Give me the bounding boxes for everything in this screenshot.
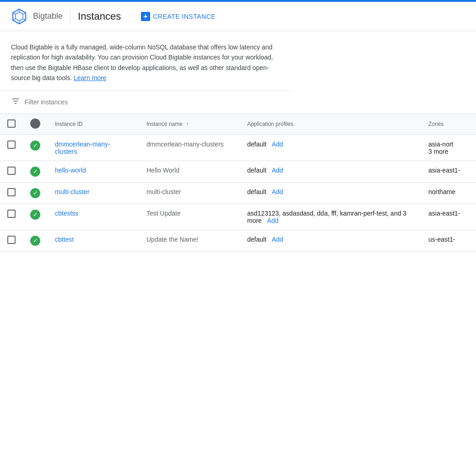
zones-extra: 3 more bbox=[428, 148, 449, 155]
row-checkbox[interactable] bbox=[7, 236, 16, 244]
row-zones-cell: asia-east1- bbox=[421, 161, 476, 182]
zones-text: asia-east1- bbox=[428, 167, 460, 174]
status-check-icon: ✓ bbox=[30, 236, 40, 246]
instance-id-link[interactable]: dmmcerlean-many-clusters bbox=[55, 141, 110, 155]
instances-table-container: Instance ID Instance name ↑ Application … bbox=[0, 114, 476, 252]
row-app-profiles-cell: default Add bbox=[240, 182, 421, 204]
row-instance-name-cell: Hello World bbox=[139, 161, 240, 182]
row-checkbox[interactable] bbox=[7, 210, 16, 218]
profile-add-link[interactable]: Add bbox=[272, 141, 283, 148]
description-section: Cloud Bigtable is a fully managed, wide-… bbox=[0, 31, 293, 91]
profile-default-label: default bbox=[247, 236, 266, 243]
table-row: ✓ cbtestss Test Update asd123123, asdasd… bbox=[0, 204, 476, 230]
zones-text: asia-east1- bbox=[428, 210, 460, 217]
row-checkbox[interactable] bbox=[7, 188, 16, 196]
instance-id-link[interactable]: hello-world bbox=[55, 167, 86, 174]
filter-input[interactable] bbox=[25, 98, 465, 106]
header-divider bbox=[70, 9, 70, 24]
learn-more-link[interactable]: Learn more bbox=[74, 74, 107, 81]
header: Bigtable Instances + CREATE INSTANCE bbox=[0, 2, 476, 31]
svg-marker-1 bbox=[16, 12, 23, 21]
table-row: ✓ cbttest Update the Name! default Add u… bbox=[0, 230, 476, 251]
row-status-cell: ✓ bbox=[23, 204, 48, 230]
filter-icon bbox=[11, 97, 20, 108]
profile-add-link[interactable]: Add bbox=[267, 217, 279, 224]
profile-default-label: default bbox=[247, 167, 266, 174]
create-instance-label: CREATE INSTANCE bbox=[153, 13, 216, 20]
instance-id-link[interactable]: cbtestss bbox=[55, 210, 78, 217]
description-body: Cloud Bigtable is a fully managed, wide-… bbox=[11, 43, 273, 81]
row-instance-id-cell: cbtestss bbox=[48, 204, 139, 230]
profile-add-link[interactable]: Add bbox=[272, 236, 283, 243]
row-instance-name-cell: dmmcerlean-many-clusters bbox=[139, 135, 240, 161]
table-row: ✓ multi-cluster multi-cluster default Ad… bbox=[0, 182, 476, 204]
filter-bar bbox=[0, 91, 476, 114]
row-instance-name-cell: Test Update bbox=[139, 204, 240, 230]
col-header-instance-id[interactable]: Instance ID bbox=[48, 114, 139, 135]
instances-table: Instance ID Instance name ↑ Application … bbox=[0, 114, 476, 252]
instance-id-link[interactable]: multi-cluster bbox=[55, 188, 89, 195]
row-app-profiles-cell: default Add bbox=[240, 161, 421, 182]
status-check-icon: ✓ bbox=[30, 167, 40, 177]
row-instance-name-cell: multi-cluster bbox=[139, 182, 240, 204]
zones-text: asia-nort bbox=[428, 141, 453, 148]
instance-id-link[interactable]: cbttest bbox=[55, 236, 74, 243]
row-instance-id-cell: multi-cluster bbox=[48, 182, 139, 204]
create-instance-button[interactable]: + CREATE INSTANCE bbox=[135, 8, 221, 25]
col-header-instance-name[interactable]: Instance name ↑ bbox=[139, 114, 240, 135]
sort-arrow-icon: ↑ bbox=[186, 121, 189, 127]
table-body: ✓ dmmcerlean-many-clusters dmmcerlean-ma… bbox=[0, 135, 476, 251]
row-checkbox-cell bbox=[0, 135, 23, 161]
row-status-cell: ✓ bbox=[23, 182, 48, 204]
zones-text: northame bbox=[428, 188, 455, 195]
select-all-checkbox[interactable] bbox=[7, 119, 16, 128]
table-header-row: Instance ID Instance name ↑ Application … bbox=[0, 114, 476, 135]
page-title: Instances bbox=[78, 11, 121, 22]
col-header-app-profiles[interactable]: Application profiles bbox=[240, 114, 421, 135]
profile-default-label: default bbox=[247, 141, 266, 148]
row-instance-id-cell: dmmcerlean-many-clusters bbox=[48, 135, 139, 161]
row-instance-id-cell: cbttest bbox=[48, 230, 139, 251]
row-checkbox-cell bbox=[0, 182, 23, 204]
row-checkbox-cell bbox=[0, 204, 23, 230]
header-actions: + CREATE INSTANCE bbox=[135, 8, 221, 25]
row-checkbox[interactable] bbox=[7, 167, 16, 175]
status-header-icon bbox=[30, 119, 40, 129]
plus-icon: + bbox=[141, 12, 150, 21]
status-check-icon: ✓ bbox=[30, 210, 40, 220]
row-app-profiles-cell: default Add bbox=[240, 135, 421, 161]
table-row: ✓ hello-world Hello World default Add as… bbox=[0, 161, 476, 182]
row-checkbox-cell bbox=[0, 230, 23, 251]
row-checkbox[interactable] bbox=[7, 141, 16, 149]
row-app-profiles-cell: asd123123, asdasdasd, dda, fff, kamran-p… bbox=[240, 204, 421, 230]
col-header-status bbox=[23, 114, 48, 135]
row-zones-cell: us-east1- bbox=[421, 230, 476, 251]
status-check-icon: ✓ bbox=[30, 188, 40, 198]
header-logo: Bigtable bbox=[11, 8, 63, 25]
table-row: ✓ dmmcerlean-many-clusters dmmcerlean-ma… bbox=[0, 135, 476, 161]
row-status-cell: ✓ bbox=[23, 230, 48, 251]
profile-add-link[interactable]: Add bbox=[272, 188, 283, 195]
profile-default-label: default bbox=[247, 188, 266, 195]
row-status-cell: ✓ bbox=[23, 135, 48, 161]
row-zones-cell: asia-nort 3 more bbox=[421, 135, 476, 161]
row-zones-cell: northame bbox=[421, 182, 476, 204]
description-text: Cloud Bigtable is a fully managed, wide-… bbox=[11, 42, 282, 83]
row-checkbox-cell bbox=[0, 161, 23, 182]
product-name: Bigtable bbox=[33, 11, 63, 21]
row-instance-name-cell: Update the Name! bbox=[139, 230, 240, 251]
col-header-zones[interactable]: Zones bbox=[421, 114, 476, 135]
zones-text: us-east1- bbox=[428, 236, 455, 243]
profile-add-link[interactable]: Add bbox=[272, 167, 283, 174]
row-zones-cell: asia-east1- bbox=[421, 204, 476, 230]
col-header-checkbox bbox=[0, 114, 23, 135]
status-check-icon: ✓ bbox=[30, 141, 40, 151]
bigtable-logo-icon bbox=[11, 8, 27, 25]
row-app-profiles-cell: default Add bbox=[240, 230, 421, 251]
row-instance-id-cell: hello-world bbox=[48, 161, 139, 182]
row-status-cell: ✓ bbox=[23, 161, 48, 182]
